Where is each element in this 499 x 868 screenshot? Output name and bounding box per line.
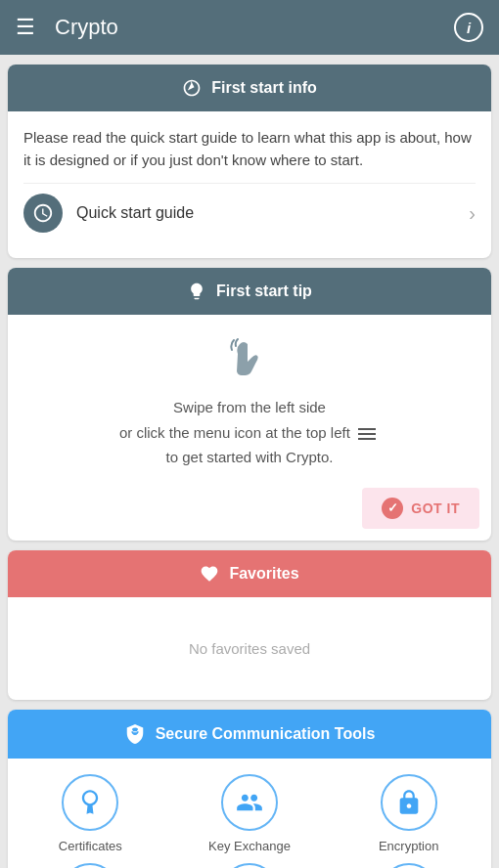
menu-icon[interactable]: ☰ — [16, 17, 35, 38]
chevron-right-icon: › — [469, 202, 476, 225]
tools-grid: Certificates Key Exchange Encryption — [8, 759, 491, 869]
main-content: First start info Please read the quick s… — [0, 55, 499, 868]
menu-lines-icon — [358, 428, 376, 440]
tip-line2: or click the menu icon at the top left — [119, 424, 350, 441]
shield-globe-icon — [124, 723, 146, 745]
help-icon-circle — [381, 863, 437, 869]
key-exchange-icon-circle — [221, 774, 278, 831]
info-icon[interactable]: i — [454, 13, 483, 42]
check-icon: ✓ — [382, 498, 403, 519]
secure-tools-card: Secure Communication Tools Certificates — [8, 710, 491, 869]
quick-start-label: Quick start guide — [76, 204, 469, 222]
first-start-tip-card: First start tip Swipe from the left side… — [8, 268, 491, 541]
quick-start-guide-row[interactable]: Quick start guide › — [23, 183, 476, 242]
info-description: Please read the quick start guide to lea… — [23, 127, 476, 171]
tip-text: Swipe from the left side or click the me… — [23, 395, 476, 470]
quick-start-icon-circle — [23, 194, 63, 233]
tool-keystore[interactable]: Keystore — [175, 863, 325, 869]
first-start-info-card: First start info Please read the quick s… — [8, 65, 491, 258]
tip-line3: to get started with Crypto. — [166, 449, 334, 465]
first-start-info-header: First start info — [8, 65, 491, 111]
first-start-info-body: Please read the quick start guide to lea… — [8, 111, 491, 258]
key-exchange-label: Key Exchange — [208, 839, 291, 853]
app-title: Crypto — [55, 15, 454, 40]
favorites-card: Favorites No favorites saved — [8, 550, 491, 700]
tool-key-exchange[interactable]: Key Exchange — [175, 774, 325, 853]
encryption-label: Encryption — [379, 839, 438, 853]
certificates-label: Certificates — [59, 839, 122, 853]
encryption-icon-circle — [381, 774, 437, 831]
lightbulb-icon — [187, 282, 206, 301]
no-favorites-label: No favorites saved — [23, 613, 476, 684]
compass-icon — [182, 78, 202, 98]
compass-small-icon — [32, 202, 54, 224]
favorites-header: Favorites — [8, 550, 491, 597]
favorites-body: No favorites saved — [8, 597, 491, 700]
tool-help[interactable]: Help — [334, 863, 483, 869]
tool-signature[interactable]: Signature — [16, 863, 165, 869]
secure-tools-title: Secure Communication Tools — [156, 725, 376, 743]
tool-certificates[interactable]: Certificates — [16, 774, 165, 853]
got-it-row: ✓ GOT IT — [8, 480, 491, 541]
secure-tools-header: Secure Communication Tools — [8, 710, 491, 759]
first-start-info-title: First start info — [211, 79, 317, 97]
first-start-tip-title: First start tip — [216, 282, 312, 300]
tip-line1: Swipe from the left side — [173, 399, 326, 415]
heart-icon — [200, 564, 219, 584]
app-header: ☰ Crypto i — [0, 0, 499, 55]
keystore-icon-circle — [221, 863, 278, 869]
tip-body: Swipe from the left side or click the me… — [8, 315, 491, 480]
got-it-button[interactable]: ✓ GOT IT — [362, 488, 479, 529]
first-start-tip-header: First start tip — [8, 268, 491, 315]
got-it-label: GOT IT — [411, 500, 460, 516]
tool-encryption[interactable]: Encryption — [334, 774, 483, 853]
certificates-icon-circle — [62, 774, 118, 831]
favorites-title: Favorites — [229, 565, 298, 583]
swipe-icon — [230, 334, 269, 389]
signature-icon-circle — [62, 863, 118, 869]
